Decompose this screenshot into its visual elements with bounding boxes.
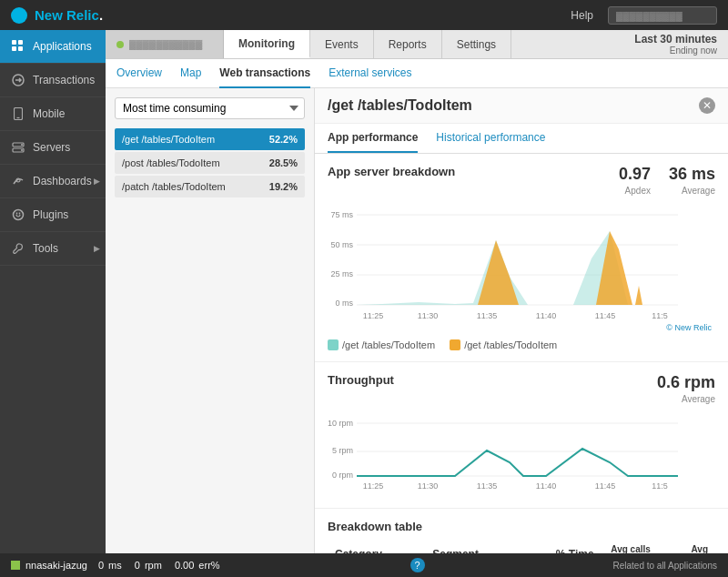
status-metric-err: 0.00 err% — [175, 560, 222, 571]
legend-color-0 — [328, 339, 339, 350]
svg-point-10 — [21, 149, 23, 151]
throughput-chart-title: Throughput — [328, 373, 394, 387]
throughput-stat: 0.6 rpm Average — [657, 373, 715, 405]
sidebar-label-dashboards: Dashboards — [33, 175, 92, 187]
help-icon[interactable]: ? — [410, 558, 425, 572]
app-nav-tabs: Monitoring Events Reports Settings — [224, 30, 511, 58]
tab-historical-performance[interactable]: Historical performance — [436, 124, 545, 153]
help-button[interactable]: Help — [571, 9, 593, 22]
sidebar-item-tools[interactable]: Tools — [0, 232, 106, 266]
subnav-overview[interactable]: Overview — [116, 59, 162, 88]
svg-text:75 ms: 75 ms — [330, 210, 353, 219]
svg-rect-3 — [18, 46, 23, 51]
svg-text:11:40: 11:40 — [536, 311, 557, 320]
chart-header-throughput: Throughput 0.6 rpm Average — [328, 373, 715, 405]
tab-events[interactable]: Events — [310, 30, 374, 58]
sidebar-label-plugins: Plugins — [33, 208, 68, 221]
detail-title: /get /tables/TodoItem — [328, 97, 472, 114]
svg-text:11:5: 11:5 — [652, 481, 668, 491]
svg-text:11:35: 11:35 — [477, 481, 498, 491]
plugin-icon — [11, 208, 25, 222]
sidebar-label-transactions: Transactions — [33, 74, 95, 86]
apdex-stat: 0.97 Apdex — [619, 165, 651, 197]
sidebar-item-servers[interactable]: Servers — [0, 131, 106, 165]
sidebar-label-mobile: Mobile — [33, 107, 65, 120]
svg-rect-1 — [18, 40, 23, 45]
sidebar-item-mobile[interactable]: Mobile — [0, 97, 106, 131]
sidebar-item-transactions[interactable]: Transactions — [0, 64, 106, 97]
sidebar-label-applications: Applications — [33, 40, 92, 53]
sidebar-label-servers: Servers — [33, 141, 70, 154]
tab-settings[interactable]: Settings — [442, 30, 511, 58]
status-right-text: Related to all Applications — [612, 561, 717, 571]
sidebar-item-plugins[interactable]: Plugins — [0, 198, 106, 232]
transaction-list: /get /tables/TodoItem 52.2% /post /table… — [115, 128, 305, 197]
mobile-icon — [11, 106, 25, 121]
throughput-chart: 10 rpm 5 rpm 0 rpm 11:25 11:30 — [328, 412, 715, 497]
main-content: ▓▓▓▓▓▓▓▓▓▓▓ Monitoring Events Reports Se… — [106, 30, 728, 577]
status-user: nnasaki-jazug — [11, 560, 87, 571]
status-metric-rpm: 0 rpm — [135, 560, 164, 571]
svg-text:25 ms: 25 ms — [330, 269, 353, 278]
performance-tabs: App performance Historical performance — [315, 124, 728, 154]
app-server-breakdown-section: App server breakdown 0.97 Apdex 36 ms Av… — [315, 154, 728, 362]
status-metric-ms: 0 ms — [98, 560, 124, 571]
sidebar-item-dashboards[interactable]: Dashboards — [0, 165, 106, 198]
sidebar-label-tools: Tools — [33, 242, 58, 255]
svg-text:11:45: 11:45 — [595, 311, 616, 320]
svg-text:11:30: 11:30 — [418, 481, 439, 491]
subnav-web-transactions[interactable]: Web transactions — [219, 59, 310, 88]
content-panels: Most time consuming /get /tables/TodoIte… — [106, 88, 728, 577]
svg-text:10 rpm: 10 rpm — [328, 419, 353, 428]
tab-app-performance[interactable]: App performance — [328, 124, 418, 153]
status-bar: nnasaki-jazug 0 ms 0 rpm 0.00 err% ? Rel… — [0, 553, 728, 577]
sidebar-item-applications[interactable]: Applications — [0, 30, 106, 64]
detail-header: /get /tables/TodoItem ✕ — [315, 88, 728, 124]
app-nav: ▓▓▓▓▓▓▓▓▓▓▓ Monitoring Events Reports Se… — [106, 30, 728, 59]
tool-icon — [11, 241, 25, 256]
sub-nav: Overview Map Web transactions External s… — [106, 59, 728, 88]
app-name-box: ▓▓▓▓▓▓▓▓▓▓▓ — [106, 30, 224, 58]
svg-text:11:25: 11:25 — [363, 311, 384, 320]
subnav-external-services[interactable]: External services — [329, 59, 411, 88]
server-icon — [11, 140, 25, 155]
left-panel: Most time consuming /get /tables/TodoIte… — [106, 88, 315, 577]
svg-marker-26 — [632, 286, 642, 305]
transaction-item-2[interactable]: /patch /tables/TodoItem 19.2% — [115, 176, 305, 197]
time-selector[interactable]: Last 30 minutes Ending now — [623, 30, 728, 59]
account-selector[interactable]: ▓▓▓▓▓▓▓▓▓▓ — [608, 6, 717, 25]
svg-text:11:30: 11:30 — [418, 311, 439, 320]
logo-icon — [11, 7, 27, 24]
svg-rect-2 — [12, 46, 16, 51]
svg-text:11:5: 11:5 — [652, 311, 668, 320]
breakdown-title: Breakdown table — [328, 520, 715, 533]
svg-point-9 — [21, 144, 23, 146]
exchange-icon — [11, 73, 25, 87]
transaction-filter-dropdown[interactable]: Most time consuming — [115, 97, 305, 119]
svg-text:11:45: 11:45 — [595, 481, 616, 491]
tab-monitoring[interactable]: Monitoring — [224, 30, 310, 58]
tab-reports[interactable]: Reports — [374, 30, 442, 58]
right-panel: /get /tables/TodoItem ✕ App performance … — [315, 88, 728, 577]
app-server-chart: 75 ms 50 ms 25 ms 0 ms — [328, 204, 715, 334]
svg-text:11:35: 11:35 — [477, 311, 498, 320]
subnav-map[interactable]: Map — [180, 59, 201, 88]
svg-rect-0 — [12, 40, 16, 45]
sidebar: Applications Transactions Mobile — [0, 30, 106, 577]
close-button[interactable]: ✕ — [699, 97, 715, 114]
svg-point-12 — [14, 210, 24, 220]
status-metrics: 0 ms 0 rpm 0.00 err% — [98, 560, 222, 571]
svg-text:5 rpm: 5 rpm — [332, 446, 353, 455]
svg-marker-24 — [464, 240, 519, 305]
app-server-chart-title: App server breakdown — [328, 165, 455, 178]
svg-marker-23 — [357, 231, 678, 305]
legend-item-1: /get /tables/TodoItem — [450, 339, 557, 350]
svg-text:11:25: 11:25 — [363, 481, 384, 491]
chart-legend: /get /tables/TodoItem /get /tables/TodoI… — [328, 339, 715, 350]
transaction-item-1[interactable]: /post /tables/TodoItem 28.5% — [115, 152, 305, 174]
header-right: Help ▓▓▓▓▓▓▓▓▓▓ — [571, 6, 717, 25]
user-status-indicator — [11, 561, 20, 570]
transaction-item-0[interactable]: /get /tables/TodoItem 52.2% — [115, 128, 305, 150]
chart-header-app-server: App server breakdown 0.97 Apdex 36 ms Av… — [328, 165, 715, 197]
svg-text:50 ms: 50 ms — [330, 240, 353, 249]
